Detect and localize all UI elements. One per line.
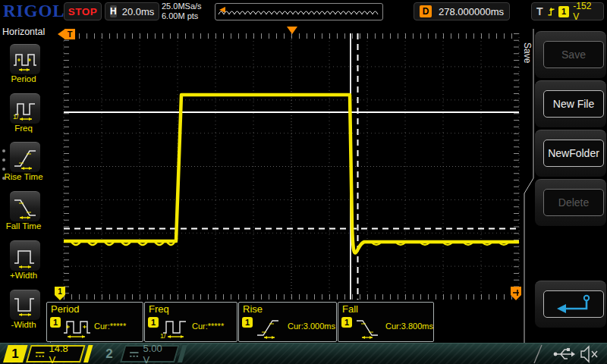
menu-scroll-dot	[2, 168, 5, 171]
top-status-bar: RIGOL STOP H 20.0ms 25.0MSa/s 6.00M pts …	[0, 0, 607, 24]
menu-item-neg-width[interactable]	[10, 290, 40, 320]
svg-text:1/: 1/	[13, 113, 19, 121]
acquisition-info: 25.0MSa/s 6.00M pts	[162, 2, 202, 21]
menu-item-rise-time[interactable]	[10, 142, 40, 172]
horizontal-timebase-box[interactable]: H 20.0ms	[105, 2, 159, 20]
measure-menu-title: Horizontal	[2, 27, 45, 37]
return-arrow-icon	[552, 293, 596, 315]
menu-item-fall-time[interactable]	[10, 191, 40, 221]
rigol-logo: RIGOL	[3, 2, 65, 21]
delete-button[interactable]: Delete	[543, 189, 604, 216]
measurement-panel-freq: Freq 1 1/ Cur:***** Avg:***** Max:***** …	[144, 302, 237, 342]
menu-scroll-dot	[2, 149, 5, 152]
channel1-number: 1	[12, 347, 19, 362]
channel-status-bar: 1 14.8 V 2 5	[0, 343, 607, 364]
period-icon	[12, 47, 38, 73]
rise-time-icon	[12, 145, 38, 171]
waveform-display[interactable]: T 1	[46, 23, 522, 302]
measurement-panel-rise: Rise 1 Cur:3.000ms Avg:2.920ms Max:3.000…	[238, 302, 337, 342]
run-state-label: STOP	[68, 6, 98, 17]
period-icon	[62, 315, 93, 340]
run-state-indicator[interactable]: STOP	[64, 2, 102, 20]
minus-width-icon	[12, 293, 38, 318]
menu-tab-save: Save	[522, 42, 533, 63]
trigger-time-offscreen-marker: T	[58, 29, 75, 39]
new-file-button[interactable]: New File	[543, 90, 604, 118]
channel1-offscreen-marker: 1	[55, 287, 65, 300]
channel1-end-slash	[83, 345, 93, 362]
timebase-value: 20.0ms	[122, 6, 155, 17]
measurement-source-badge: 1	[148, 317, 159, 328]
dc-coupling-icon	[35, 350, 45, 359]
fall-time-icon	[12, 194, 38, 220]
preview-waveform-icon	[215, 4, 381, 18]
measurement-source-badge: 1	[341, 317, 352, 328]
measurement-panel-fall: Fall 1 Cur:3.800ms Avg:3.720ms Max:3.800…	[338, 302, 434, 342]
trigger-level-offscreen-marker	[511, 287, 521, 300]
menu-item-freq-label[interactable]: Freq	[0, 124, 49, 133]
channel2-scale: 5.00 V	[143, 343, 171, 364]
rise-icon	[254, 315, 285, 340]
menu-scroll-dot	[2, 158, 5, 162]
menu-item-freq[interactable]: 1/	[10, 93, 40, 124]
rising-edge-icon	[547, 5, 555, 17]
menu-item-period[interactable]	[10, 44, 40, 74]
speaker-muted-icon	[581, 347, 597, 362]
trigger-info-box[interactable]: T 1 -152 V	[531, 2, 604, 20]
trigger-label: T	[536, 5, 543, 17]
waveform-grid: T 1	[46, 23, 522, 302]
trigger-delay-box[interactable]: D 278.000000ms	[414, 2, 510, 20]
measurement-row: Cur:3.800ms	[385, 322, 436, 331]
measurement-name: Period	[51, 303, 80, 315]
measurement-name: Fall	[342, 303, 358, 315]
sample-rate: 25.0MSa/s	[162, 2, 202, 11]
freq-icon: 1/	[12, 96, 38, 122]
menu-item-fall-time-label[interactable]: Fall Time	[0, 221, 49, 231]
memory-depth: 6.00M pts	[162, 11, 202, 21]
svg-text:1/: 1/	[160, 332, 166, 340]
status-icons	[524, 344, 607, 364]
menu-item-rise-time-label[interactable]: Rise Time	[0, 172, 49, 181]
channel2-end-slash	[178, 345, 187, 362]
measurement-name: Rise	[243, 303, 263, 315]
channel1-badge[interactable]: 1 14.8 V	[3, 345, 93, 362]
oscilloscope-screen: RIGOL STOP H 20.0ms 25.0MSa/s 6.00M pts …	[0, 0, 607, 364]
channel1-scale: 14.8 V	[49, 343, 77, 364]
trigger-position-marker	[287, 27, 297, 34]
save-button[interactable]: Save	[543, 41, 604, 68]
measure-menu: Horizontal Period 1/ Freq	[0, 23, 46, 364]
delay-icon: D	[420, 5, 432, 17]
measurement-name: Freq	[149, 303, 169, 315]
waveform-memory-preview[interactable]	[215, 3, 383, 20]
back-button[interactable]	[543, 290, 604, 318]
measurement-source-badge: 1	[242, 317, 253, 328]
measurement-source-badge: 1	[50, 317, 61, 328]
measurement-row: Cur:3.000ms	[288, 322, 338, 331]
menu-item-pos-width[interactable]	[10, 240, 40, 271]
delay-value: 278.000000ms	[439, 6, 504, 17]
trigger-level-value: -152 V	[573, 1, 599, 22]
save-menu: Save Save New File NewFolder Delete	[522, 23, 607, 364]
svg-text:T: T	[68, 30, 73, 39]
menu-item-neg-width-label[interactable]: -Width	[0, 320, 49, 329]
menu-item-period-label[interactable]: Period	[0, 74, 49, 83]
channel2-badge[interactable]: 2 5.00 V	[97, 345, 187, 362]
trigger-source-badge: 1	[558, 6, 569, 17]
menu-item-pos-width-label[interactable]: +Width	[0, 271, 49, 280]
usb-icon	[554, 348, 575, 359]
fall-icon	[354, 315, 384, 340]
measurement-row: Cur:*****	[192, 322, 226, 331]
channel2-number: 2	[106, 347, 113, 362]
dc-coupling-icon	[129, 350, 139, 359]
menu-scroll-dot	[2, 177, 5, 180]
measurement-row: Cur:*****	[94, 322, 128, 331]
freq-icon: 1/	[160, 315, 190, 340]
measurement-panel-period: Period 1 Cur:***** Avg:***** Max:***** M…	[46, 302, 143, 342]
plus-width-icon	[12, 243, 38, 269]
horizontal-icon: H	[110, 5, 117, 17]
svg-text:1: 1	[58, 287, 62, 296]
new-folder-button[interactable]: NewFolder	[543, 140, 604, 167]
